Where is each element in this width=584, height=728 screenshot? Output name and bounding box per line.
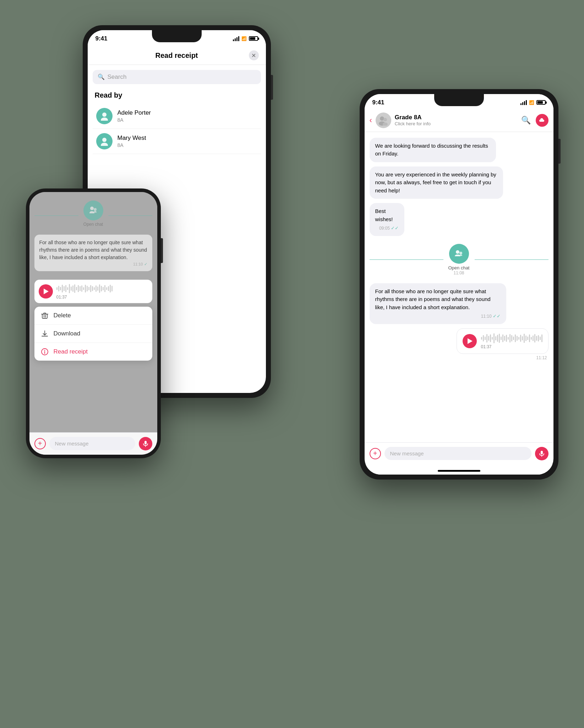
- svg-point-6: [94, 208, 97, 211]
- bg-content: Open chat 11:08 For all those who are no…: [29, 192, 157, 280]
- svg-point-1: [102, 113, 107, 117]
- context-menu-download[interactable]: Download: [34, 325, 152, 343]
- divider-time-left: 11:08: [88, 227, 98, 231]
- bg-message-time: 11:10 ✓: [39, 261, 147, 267]
- mic-button-right[interactable]: [535, 447, 548, 460]
- battery-icon-right: [536, 100, 546, 105]
- input-bar-right: + New message: [365, 442, 553, 465]
- msg-block-3: Best wishes! 09:05 ✓✓: [370, 203, 411, 236]
- play-button-left[interactable]: [39, 284, 53, 299]
- context-menu-read-receipt[interactable]: Read receipt: [34, 343, 152, 361]
- phone-context-menu: Open chat 11:08 For all those who are no…: [26, 188, 161, 458]
- chat-main-screen: 9:41 📶 ‹: [365, 94, 553, 475]
- message-2: You are very experienced in the weekly p…: [370, 166, 503, 199]
- scene: 9:41 📶 Read receipt: [26, 18, 558, 710]
- chat-messages: We are looking forward to discussing the…: [365, 132, 553, 442]
- close-icon: ✕: [251, 52, 256, 59]
- modal-title: Read receipt: [155, 51, 198, 60]
- audio-info-right: 01:37: [481, 333, 542, 349]
- signal-icon: [233, 36, 239, 41]
- chat-header-actions: 🔍: [521, 114, 548, 127]
- message-input-left[interactable]: New message: [49, 437, 135, 450]
- mic-button-left[interactable]: [139, 437, 152, 450]
- delete-label: Delete: [54, 312, 71, 319]
- cloud-button[interactable]: [536, 114, 548, 127]
- wifi-icon-right: 📶: [529, 100, 534, 105]
- msg-time-4: 11:10 ✓✓: [375, 313, 501, 320]
- person-icon-2: [100, 137, 109, 146]
- group-avatar: [376, 113, 391, 128]
- contact-class-1: 8A: [118, 117, 151, 123]
- chat-divider-left: Open chat 11:08: [34, 197, 152, 235]
- mic-icon-left: [142, 440, 149, 447]
- divider-label-right: Open chat: [448, 265, 470, 270]
- open-chat-icon: [454, 248, 464, 259]
- group-avatar-icon: [378, 115, 389, 126]
- contact-list: Adele Porter 8A Mary West: [88, 104, 266, 154]
- audio-duration-right: 01:37: [481, 344, 542, 349]
- msg-block-4: For all those who are no longer quite su…: [370, 283, 531, 324]
- input-placeholder-right: New message: [390, 450, 424, 456]
- home-indicator: [365, 465, 553, 475]
- search-placeholder: Search: [108, 73, 127, 81]
- back-button[interactable]: ‹: [370, 116, 372, 125]
- status-icons-right: 📶: [520, 100, 546, 105]
- audio-time-right: 11:12: [536, 355, 547, 360]
- svg-point-19: [383, 118, 387, 121]
- divider-label-left: Open chat: [83, 222, 103, 227]
- add-button-left[interactable]: +: [34, 438, 46, 449]
- status-icons-middle: 📶: [233, 36, 258, 41]
- search-button[interactable]: 🔍: [521, 116, 531, 125]
- person-icon-1: [100, 111, 109, 121]
- trash-icon: [41, 312, 49, 319]
- chat-divider-right: Open chat 11:08: [370, 240, 548, 279]
- status-time-right: 9:41: [372, 99, 384, 106]
- avatar-2: [96, 133, 113, 149]
- audio-info-left: 01:37: [56, 283, 113, 300]
- message-4: For all those who are no longer quite su…: [370, 283, 507, 324]
- svg-point-5: [90, 207, 94, 210]
- contact-name-1: Adele Porter: [118, 109, 151, 116]
- contact-item-2: Mary West 8A: [93, 129, 261, 154]
- svg-point-2: [101, 117, 108, 121]
- phone-chat: 9:41 📶 ‹: [360, 89, 558, 480]
- audio-bubble-left: 01:37: [34, 280, 152, 303]
- message-1: We are looking forward to discussing the…: [370, 138, 496, 162]
- bg-message-text: For all those who are no longer quite su…: [34, 235, 152, 272]
- audio-message-right: 01:37: [457, 328, 548, 354]
- contact-info-2: Mary West 8A: [118, 135, 146, 148]
- svg-point-22: [456, 250, 459, 254]
- context-menu-delete[interactable]: Delete: [34, 307, 152, 325]
- group-sub: Click here for info: [395, 121, 518, 126]
- mic-icon-right: [539, 450, 545, 457]
- context-menu-popup: Delete Download: [34, 307, 152, 361]
- svg-rect-16: [144, 441, 147, 444]
- download-label: Download: [54, 330, 81, 337]
- add-button-right[interactable]: +: [370, 448, 381, 459]
- contact-name-2: Mary West: [118, 135, 146, 142]
- waveform-right: [481, 333, 542, 344]
- waveform-left: [56, 283, 113, 294]
- msg-time-3: 09:05 ✓✓: [375, 225, 399, 232]
- msg-block-2: You are very experienced in the weekly p…: [370, 166, 527, 199]
- message-input-right[interactable]: New message: [384, 447, 531, 460]
- contact-item-1: Adele Porter 8A: [93, 104, 261, 129]
- contact-class-2: 8A: [118, 142, 146, 148]
- chat-header: ‹ Grade 8A Click here for info: [365, 109, 553, 132]
- close-button[interactable]: ✕: [249, 50, 259, 60]
- search-bar[interactable]: 🔍 Search: [93, 70, 261, 84]
- play-button-right[interactable]: [463, 334, 477, 348]
- signal-icon-right: [520, 100, 527, 105]
- cloud-icon: [539, 117, 546, 124]
- divider-icon-right: [449, 244, 469, 264]
- notch-middle: [152, 30, 202, 42]
- chat-header-info[interactable]: Grade 8A Click here for info: [395, 114, 518, 126]
- svg-point-4: [101, 143, 108, 146]
- svg-rect-24: [541, 451, 543, 454]
- svg-point-3: [102, 138, 107, 142]
- read-by-label: Read by: [88, 89, 266, 104]
- bg-message-wrap: For all those who are no longer quite su…: [34, 235, 152, 275]
- svg-point-23: [459, 252, 462, 254]
- audio-duration-left: 01:37: [56, 295, 113, 300]
- status-time-middle: 9:41: [95, 35, 108, 42]
